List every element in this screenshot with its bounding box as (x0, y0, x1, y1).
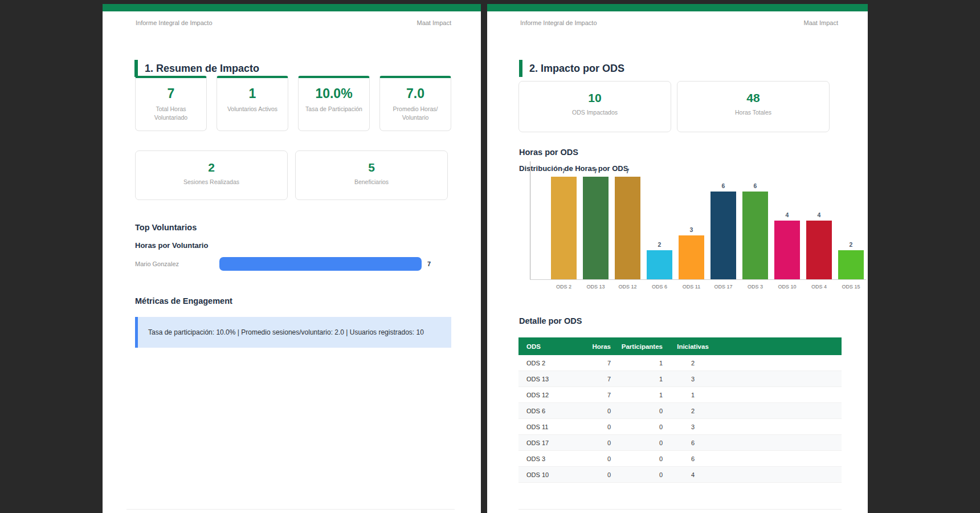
cell-iniciativas: 2 (667, 403, 718, 419)
cell-ods: ODS 13 (518, 371, 575, 387)
cell-horas: 0 (575, 451, 615, 467)
section-title-text: 2. Impacto por ODS (529, 60, 624, 77)
bar-value-label: 7 (583, 168, 609, 174)
metric-card: 10 ODS Impactados (518, 81, 671, 132)
engagement-heading: Métricas de Engagement (135, 296, 232, 306)
card-label: Horas Totales (677, 108, 829, 117)
card-label: Tasa de Participación (299, 105, 369, 113)
section-accent-bar (134, 60, 138, 77)
ods-bar (615, 177, 640, 279)
table-row: ODS 11 0 0 3 (518, 419, 842, 435)
page-header: Informe Integral de Impacto Maat Impact (136, 19, 451, 26)
report-page-2: Informe Integral de Impacto Maat Impact … (487, 4, 868, 513)
ods-bar (806, 221, 832, 279)
cell-participantes: 0 (615, 435, 667, 451)
bar-x-label: ODS 11 (679, 284, 704, 290)
volunteer-hours-bar (219, 257, 422, 271)
table-row: ODS 10 0 0 4 (518, 467, 842, 483)
card-label: Voluntarios Activos (217, 105, 288, 113)
ods-detail-table: ODS Horas Participantes Iniciativas ODS … (518, 337, 842, 483)
ods-bar (551, 177, 577, 279)
bar-x-label: ODS 15 (838, 284, 864, 290)
ods-summary-cards-row: 10 ODS Impactados 48 Horas Totales (518, 81, 830, 132)
page-header-title: Informe Integral de Impacto (520, 19, 597, 26)
card-value: 7.0 (380, 86, 451, 101)
bar-value-label: 7 (551, 168, 577, 174)
page-header-brand: Maat Impact (416, 19, 451, 26)
cell-horas: 0 (575, 435, 615, 451)
section-2-title: 2. Impacto por ODS (519, 60, 624, 77)
card-value: 1 (217, 86, 288, 101)
page-header-brand: Maat Impact (803, 19, 838, 26)
column-header-iniciativas: Iniciativas (667, 337, 718, 355)
card-value: 48 (677, 91, 829, 105)
bar-x-label: ODS 13 (583, 284, 609, 290)
table-row: ODS 3 0 0 6 (518, 451, 842, 467)
bar-value-label: 2 (647, 241, 672, 248)
metric-card: 1 Voluntarios Activos (217, 76, 288, 131)
volunteer-hours-value: 7 (427, 260, 431, 267)
page-accent-bar (103, 4, 481, 11)
cell-participantes: 0 (615, 403, 667, 419)
section-1-title: 1. Resumen de Impacto (134, 60, 259, 77)
bar-value-label: 3 (679, 226, 704, 233)
card-label: ODS Impactados (519, 108, 671, 117)
bar-value-label: 7 (615, 168, 640, 174)
ods-chart-x-labels: ODS 2ODS 13ODS 12ODS 6ODS 11ODS 17ODS 3O… (530, 284, 867, 292)
page-accent-bar (487, 4, 868, 11)
cell-iniciativas: 2 (667, 355, 718, 371)
card-value: 10.0% (299, 86, 369, 101)
ods-bar-chart: 7 7 7 2 3 6 6 4 4 2 (530, 161, 867, 279)
cell-participantes: 1 (615, 355, 667, 371)
bar-x-label: ODS 4 (806, 284, 832, 290)
bar-x-label: ODS 2 (551, 284, 577, 290)
table-row: ODS 13 7 1 3 (518, 371, 842, 387)
table-row: ODS 17 0 0 6 (518, 435, 842, 451)
card-value: 5 (296, 161, 447, 174)
report-page-1: Informe Integral de Impacto Maat Impact … (103, 4, 481, 513)
ods-bar (710, 192, 736, 279)
cell-participantes: 0 (615, 419, 667, 435)
card-value: 7 (136, 86, 206, 101)
cell-horas: 0 (575, 419, 615, 435)
card-label: Total Horas Voluntariado (136, 105, 206, 121)
cell-iniciativas: 6 (667, 435, 718, 451)
card-value: 2 (136, 161, 287, 174)
volunteer-chart-title: Horas por Voluntario (135, 241, 208, 250)
bar-value-label: 4 (806, 211, 832, 218)
next-section-divider (518, 509, 842, 510)
ods-bar (583, 177, 609, 279)
ods-bar (679, 235, 704, 279)
cell-participantes: 0 (615, 467, 667, 483)
cell-participantes: 1 (615, 371, 667, 387)
next-section-divider (126, 509, 455, 510)
cell-ods: ODS 12 (518, 387, 575, 403)
cell-ods: ODS 2 (518, 355, 575, 371)
card-label: Beneficiarios (296, 178, 447, 186)
cell-iniciativas: 3 (667, 371, 718, 387)
card-label: Sesiones Realizadas (136, 178, 287, 186)
column-header-ods: ODS (518, 337, 575, 355)
hours-by-ods-heading: Horas por ODS (519, 148, 578, 157)
bar-x-label: ODS 12 (615, 284, 640, 290)
cell-horas: 0 (575, 403, 615, 419)
card-value: 10 (519, 91, 671, 105)
cell-horas: 0 (575, 467, 615, 483)
cell-participantes: 1 (615, 387, 667, 403)
engagement-info-box: Tasa de participación: 10.0% | Promedio … (135, 317, 451, 348)
cell-horas: 7 (575, 371, 615, 387)
cell-horas: 7 (575, 355, 615, 371)
ods-bar (774, 221, 800, 279)
table-row: ODS 6 0 0 2 (518, 403, 842, 419)
page-header-title: Informe Integral de Impacto (136, 19, 213, 26)
volunteer-bar-row: Mario Gonzalez 7 (135, 257, 454, 271)
bar-value-label: 6 (742, 182, 768, 189)
ods-bar (647, 250, 672, 279)
cell-iniciativas: 1 (667, 387, 718, 403)
volunteer-name: Mario Gonzalez (135, 260, 179, 267)
cell-participantes: 0 (615, 451, 667, 467)
cell-ods: ODS 3 (518, 451, 575, 467)
ods-bar (742, 192, 768, 279)
table-row: ODS 12 7 1 1 (518, 387, 842, 403)
detail-by-ods-heading: Detalle por ODS (519, 316, 582, 325)
